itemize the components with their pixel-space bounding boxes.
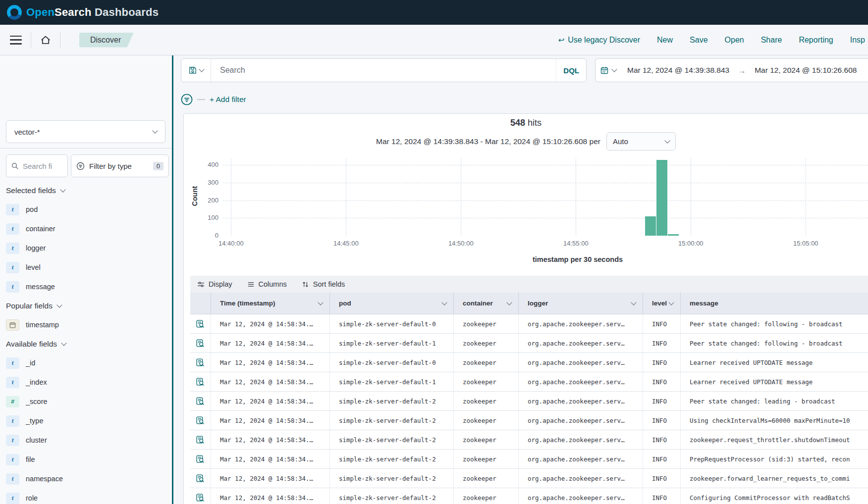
field-section-heading[interactable]: Available fields <box>6 340 169 349</box>
field-item-timestamp[interactable]: timestamp <box>6 319 169 331</box>
text-field-icon: t <box>6 281 19 293</box>
text-field-icon: t <box>6 357 19 369</box>
date-range-start[interactable]: Mar 12, 2024 @ 14:39:38.843 <box>627 66 729 75</box>
nav-link-reporting[interactable]: Reporting <box>799 36 833 45</box>
table-toolbar: DisplayColumnsSort fields <box>190 276 868 293</box>
chevron-down-icon <box>631 300 636 305</box>
saved-query-button[interactable] <box>181 59 211 82</box>
cell-message: Learner received UPTODATE message <box>681 353 868 372</box>
query-language-button[interactable]: DQL <box>556 59 586 82</box>
table-toolbar-sort-fields[interactable]: Sort fields <box>302 280 345 288</box>
expand-row-button[interactable] <box>190 450 211 468</box>
field-item-namespace[interactable]: tnamespace <box>6 473 169 485</box>
field-item-level[interactable]: tlevel <box>6 261 169 273</box>
field-item-_id[interactable]: t_id <box>6 357 169 369</box>
field-section-heading[interactable]: Popular fields <box>6 302 169 310</box>
column-header-message[interactable]: message <box>681 293 868 314</box>
chevron-down-icon <box>441 300 447 305</box>
expand-row-button[interactable] <box>190 334 211 353</box>
nav-link-use-legacy-discover[interactable]: ↩Use legacy Discover <box>558 36 640 45</box>
sidebar-resizer[interactable] <box>172 55 173 504</box>
cell-level: INFO <box>643 353 681 372</box>
nav-link-open[interactable]: Open <box>725 36 744 45</box>
x-tick-label: 14:40:00 <box>211 240 251 247</box>
cell-logger: org.apache.zookeeper.serv… <box>519 430 643 449</box>
date-range-end[interactable]: Mar 12, 2024 @ 15:10:26.608 <box>755 66 857 75</box>
field-item-container[interactable]: tcontainer <box>6 223 169 235</box>
add-filter-button[interactable]: + Add filter <box>210 95 246 104</box>
breadcrumb[interactable]: Discover <box>79 33 134 48</box>
search-input[interactable] <box>211 66 556 75</box>
expand-row-button[interactable] <box>190 314 211 333</box>
field-item-cluster[interactable]: tcluster <box>6 434 169 446</box>
nav-link-share[interactable]: Share <box>761 36 782 45</box>
nav-link-save[interactable]: Save <box>690 36 707 45</box>
column-header-container[interactable]: container <box>454 293 519 314</box>
field-item-logger[interactable]: tlogger <box>6 242 169 254</box>
table-toolbar-display[interactable]: Display <box>197 280 232 288</box>
expand-row-button[interactable] <box>190 430 211 449</box>
filter-by-type-button[interactable]: Filter by type 0 <box>71 154 169 177</box>
field-item-pod[interactable]: tpod <box>6 203 169 215</box>
filter-set-icon[interactable] <box>181 94 193 105</box>
nav-link-new[interactable]: New <box>657 36 673 45</box>
field-section-heading[interactable]: Selected fields <box>6 186 169 195</box>
toolbar-label: Columns <box>259 280 287 288</box>
gridline <box>223 201 868 201</box>
histogram-bar[interactable] <box>645 216 656 236</box>
expand-row-button[interactable] <box>190 353 211 372</box>
cell-message: Using checkIntervalMs=60000 maxPerMinute… <box>681 411 868 430</box>
expand-row-button[interactable] <box>190 411 211 430</box>
field-name: cluster <box>26 436 47 444</box>
expand-row-button[interactable] <box>190 392 211 410</box>
histogram-bar[interactable] <box>656 160 667 236</box>
cell-level: INFO <box>643 430 681 449</box>
cell-time: Mar 12, 2024 @ 14:58:34.… <box>211 469 330 488</box>
field-item-role[interactable]: trole <box>6 492 169 504</box>
cell-level: INFO <box>643 314 681 333</box>
column-label: Time (timestamp) <box>220 300 275 307</box>
expand-row-button[interactable] <box>190 488 211 504</box>
plot-area <box>223 158 868 236</box>
cell-message: Learner received UPTODATE message <box>681 372 868 391</box>
divider <box>60 33 60 48</box>
cell-container: zookeeper <box>454 488 519 504</box>
y-tick-label: 200 <box>200 197 218 204</box>
column-header-logger[interactable]: logger <box>519 293 643 314</box>
column-label: logger <box>528 300 548 307</box>
column-header-pod[interactable]: pod <box>330 293 454 314</box>
x-tick-label: 14:50:00 <box>441 240 481 247</box>
field-search-input[interactable]: Search fi <box>6 154 68 177</box>
cell-logger: org.apache.zookeeper.serv… <box>519 488 643 504</box>
date-picker[interactable]: Mar 12, 2024 @ 14:39:38.843 → Mar 12, 20… <box>595 58 868 82</box>
home-icon[interactable] <box>40 35 51 46</box>
field-item-_index[interactable]: t_index <box>6 376 169 388</box>
table-row: Mar 12, 2024 @ 14:58:34.…simple-zk-serve… <box>190 353 868 372</box>
table-row: Mar 12, 2024 @ 14:58:34.…simple-zk-serve… <box>190 334 868 353</box>
field-item-_type[interactable]: t_type <box>6 415 169 427</box>
table-row: Mar 12, 2024 @ 14:58:34.…simple-zk-serve… <box>190 469 868 488</box>
text-field-icon: t <box>6 204 19 215</box>
filter-icon <box>76 162 85 170</box>
menu-icon[interactable] <box>10 36 22 45</box>
table-toolbar-columns[interactable]: Columns <box>247 280 287 288</box>
cell-time: Mar 12, 2024 @ 14:58:34.… <box>211 392 330 410</box>
cell-container: zookeeper <box>454 314 519 333</box>
gridline <box>461 158 461 236</box>
expand-row-button[interactable] <box>190 469 211 488</box>
section-title: Selected fields <box>6 186 56 195</box>
column-header-Time (timestamp)[interactable]: Time (timestamp) <box>211 293 330 314</box>
index-pattern-select[interactable]: vector-* <box>6 120 165 143</box>
histogram-bar[interactable] <box>668 234 679 236</box>
field-item-message[interactable]: tmessage <box>6 281 169 293</box>
column-header-level[interactable]: level <box>643 293 681 314</box>
field-item-_score[interactable]: #_score <box>6 396 169 407</box>
cell-level: INFO <box>643 334 681 353</box>
table-row: Mar 12, 2024 @ 14:58:34.…simple-zk-serve… <box>190 392 868 411</box>
cell-logger: org.apache.zookeeper.serv… <box>519 353 643 372</box>
expand-row-button[interactable] <box>190 372 211 391</box>
field-item-file[interactable]: tfile <box>6 454 169 465</box>
app-title: OpenSearch Dashboards <box>26 6 159 19</box>
nav-link-insp[interactable]: Insp <box>850 36 865 45</box>
opensearch-logo-icon[interactable] <box>7 5 22 20</box>
